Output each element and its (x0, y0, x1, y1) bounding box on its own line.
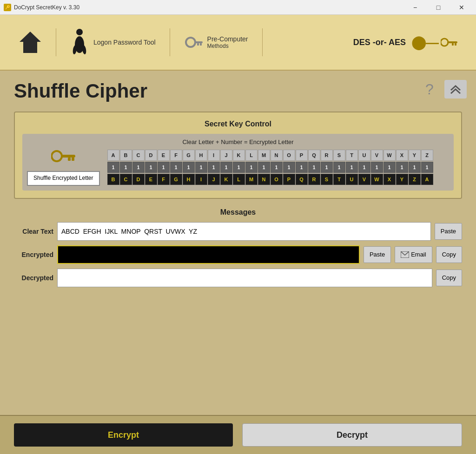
svg-point-1 (76, 29, 83, 35)
encrypted-cell-22: X (383, 174, 396, 185)
titlebar-title: DoCrypt SecretKey v. 3.30 (14, 4, 79, 11)
nav-home[interactable] (9, 26, 51, 59)
encrypted-row-msg: Encrypted Paste Email Copy (14, 245, 462, 264)
key-symbol-icon (51, 149, 75, 166)
shuffle-encrypted-letter-button[interactable]: Shuffle Encrypted Letter (27, 171, 100, 186)
number-cell-20: 1 (358, 162, 370, 173)
header-cell-X: X (396, 150, 408, 161)
header-cell-U: U (358, 150, 370, 161)
titlebar-controls: − □ ✕ (404, 0, 472, 15)
figure-icon (70, 28, 89, 56)
key-large-icon (51, 149, 75, 163)
decrypted-input[interactable] (57, 269, 432, 287)
key-control-title: Secret Key Control (22, 120, 454, 128)
close-button[interactable]: ✕ (451, 0, 472, 15)
header-cell-T: T (346, 150, 358, 161)
encrypted-email-button[interactable]: Email (395, 246, 432, 263)
number-cell-18: 1 (333, 162, 345, 173)
header-row: ABCDEFGHIJKLMNOPQRSTUVWXYZ (107, 150, 449, 161)
encrypted-cell-13: O (271, 174, 283, 185)
messages-section: Messages Clear Text Paste Encrypted Past… (14, 208, 462, 287)
header-cell-R: R (321, 150, 333, 161)
encrypted-cell-16: R (308, 174, 320, 185)
header-cell-O: O (283, 150, 295, 161)
header-cell-Q: Q (308, 150, 320, 161)
titlebar: 🔑 DoCrypt SecretKey v. 3.30 − □ ✕ (0, 0, 476, 15)
number-cell-10: 1 (233, 162, 245, 173)
number-cell-24: 1 (409, 162, 421, 173)
maximize-button[interactable]: □ (428, 0, 449, 15)
svg-rect-10 (197, 43, 199, 46)
number-cell-5: 1 (170, 162, 182, 173)
number-cell-19: 1 (346, 162, 358, 173)
number-cell-11: 1 (245, 162, 258, 173)
logon-tool-label: Logon Password Tool (93, 39, 156, 46)
help-button[interactable]: ? (420, 80, 439, 99)
number-cell-4: 1 (158, 162, 170, 173)
minimize-button[interactable]: − (404, 0, 426, 15)
encrypt-button[interactable]: Encrypt (14, 423, 233, 447)
bottom-bar: Encrypt Decrypt (0, 415, 476, 454)
svg-rect-9 (200, 43, 202, 46)
encrypted-cell-18: T (333, 174, 345, 185)
topnav: Logon Password Tool Pre-Computer Methods… (0, 15, 476, 71)
number-cell-3: 1 (145, 162, 157, 173)
number-cell-1: 1 (120, 162, 132, 173)
encrypted-row: BCDEFGHIJKLMNOPQRSTUVWXYZA (107, 174, 449, 185)
nav-logon-tool[interactable]: Logon Password Tool (61, 24, 165, 61)
encrypted-cell-23: Y (396, 174, 408, 185)
house-icon (19, 31, 42, 54)
encrypted-cell-24: Z (409, 174, 421, 185)
number-cell-7: 1 (195, 162, 207, 173)
encrypted-input[interactable] (57, 245, 360, 264)
encrypted-cell-2: D (132, 174, 145, 185)
encrypted-paste-button[interactable]: Paste (364, 246, 391, 263)
svg-point-7 (186, 38, 195, 47)
header-cell-L: L (245, 150, 258, 161)
up-button[interactable] (444, 80, 467, 99)
decrypted-copy-button[interactable]: Copy (436, 270, 462, 286)
header-cell-H: H (195, 150, 207, 161)
nav-precomputer[interactable]: Pre-Computer Methods (175, 28, 258, 56)
header-cell-I: I (208, 150, 220, 161)
header-cell-Z: Z (421, 150, 433, 161)
des-aes-label: DES -or- AES ⬤— (353, 35, 457, 50)
nav-des-aes[interactable]: DES -or- AES ⬤— (344, 30, 467, 55)
alphabet-grid: ABCDEFGHIJKLMNOPQRSTUVWXYZ 1111111111111… (107, 150, 449, 185)
svg-rect-13 (455, 43, 456, 46)
main-content: Shuffle Cipher ? Secret Key Control Clea… (0, 71, 476, 415)
app-icon: 🔑 (4, 4, 11, 11)
clear-text-row: Clear Text Paste (14, 222, 462, 241)
number-cell-15: 1 (296, 162, 308, 173)
clear-text-paste-button[interactable]: Paste (435, 223, 462, 240)
key-grid-area: Clear Letter + Number = Encrypted Letter… (22, 134, 454, 191)
number-cell-22: 1 (383, 162, 396, 173)
header-cell-F: F (170, 150, 182, 161)
clear-text-input[interactable] (57, 222, 431, 241)
encrypted-copy-button[interactable]: Copy (436, 246, 462, 263)
number-cell-6: 1 (183, 162, 195, 173)
header-cell-N: N (271, 150, 283, 161)
key-control-panel: Secret Key Control Clear Letter + Number… (14, 112, 462, 199)
nav-divider-2 (170, 28, 170, 56)
key-nav-icon (184, 33, 203, 52)
number-cell-16: 1 (308, 162, 320, 173)
header-cell-G: G (183, 150, 195, 161)
number-cell-13: 1 (271, 162, 283, 173)
number-cell-0: 1 (107, 162, 119, 173)
decrypt-button[interactable]: Decrypt (242, 423, 462, 447)
header-cell-W: W (383, 150, 396, 161)
encrypted-cell-15: Q (296, 174, 308, 185)
page-title: Shuffle Cipher (14, 80, 462, 102)
svg-rect-14 (452, 43, 454, 46)
svg-rect-12 (447, 41, 457, 43)
encrypted-cell-0: B (107, 174, 119, 185)
svg-rect-8 (194, 41, 203, 43)
up-chevrons-icon (450, 85, 461, 94)
encrypted-cell-9: K (220, 174, 232, 185)
encrypted-cell-21: W (371, 174, 383, 185)
svg-rect-17 (72, 158, 74, 161)
header-cell-Y: Y (409, 150, 421, 161)
email-icon (401, 251, 409, 258)
number-cell-25: 1 (421, 162, 433, 173)
